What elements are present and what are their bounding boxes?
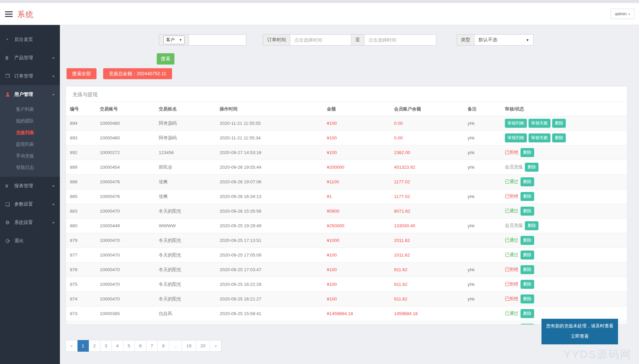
sidebar-item-label: 系统设置	[14, 220, 33, 226]
sidebar-item-订单管理[interactable]: ❐订单管理▸	[0, 67, 60, 85]
next-page-button[interactable]: »	[210, 340, 222, 352]
sidebar-item-label: 参数设置	[14, 201, 33, 207]
status-text: 已通过	[505, 238, 519, 243]
sidebar-item-产品管理[interactable]: ฿产品管理▸	[0, 49, 60, 67]
page-20[interactable]: 20	[196, 340, 210, 352]
row-time: 2020-09-27 14:53:16	[216, 145, 323, 160]
time-to-input[interactable]	[364, 34, 436, 46]
chevron-down-icon: ▾	[628, 12, 630, 16]
page-19[interactable]: 19	[182, 340, 196, 352]
page-8[interactable]: 8	[158, 340, 169, 352]
row-note: yhk	[464, 116, 502, 131]
row-status-cell: 已通过删除	[502, 233, 627, 248]
sidebar-subitem-我的团队[interactable]: 我的团队	[0, 115, 60, 127]
row-balance: 911.62	[391, 292, 464, 306]
sidebar-item-系统设置[interactable]: ⚙系统设置▸	[0, 213, 60, 232]
page-3[interactable]: 3	[101, 340, 112, 352]
main-content: 客户 ▼ 订单时间 至 类型 默认不选 ▼ 搜索 搜索全部 充值总金额：2024…	[60, 25, 639, 364]
row-account: 10000470	[97, 292, 155, 306]
status-text: 会员充值	[505, 223, 523, 228]
user-menu[interactable]: admin▾	[611, 9, 634, 19]
delete-button[interactable]: 删除	[521, 192, 534, 201]
yen-icon: ¥	[5, 183, 14, 189]
delete-button[interactable]: 删除	[521, 177, 534, 186]
recharge-table: 编号 交易账号 交易姓名 操作时间 金额 会员账户余额 备注 审核/状态 894…	[66, 102, 627, 325]
table-header-row: 编号 交易账号 交易姓名 操作时间 金额 会员账户余额 备注 审核/状态	[66, 102, 627, 116]
sidebar-subitem-登陆日志[interactable]: 登陆日志	[0, 162, 60, 173]
sidebar-item-后台首页[interactable]: ◔后台首页	[0, 30, 60, 49]
row-time: 2020-09-25 15:58:41	[216, 306, 323, 321]
table-row: 88910000454郑民业2020-09-26 19:55:44¥200000…	[66, 160, 627, 175]
page-5[interactable]: 5	[123, 340, 135, 352]
type-select[interactable]: 默认不选 ▼	[475, 34, 533, 46]
page-6[interactable]: 6	[135, 340, 146, 352]
table-row: 88010000449WWWW2020-09-25 19:29:49¥25000…	[66, 219, 627, 233]
table-row: 89310000480阿奇源码2020-11-21 11:55:34¥1000.…	[66, 131, 627, 145]
delete-button[interactable]: 删除	[525, 163, 538, 172]
app-title: 系统	[17, 9, 34, 20]
page-1-active[interactable]: 1	[78, 340, 89, 352]
sidebar-subitem-充值列表[interactable]: 充值列表	[0, 127, 60, 138]
hamburger-menu-icon[interactable]	[5, 11, 13, 18]
col-id: 编号	[66, 102, 97, 116]
delete-button[interactable]: 删除	[521, 251, 534, 260]
status-text: 已拒绝	[505, 194, 519, 199]
row-account: 10000272	[97, 145, 155, 160]
delete-button[interactable]: 删除	[521, 309, 534, 318]
page-4[interactable]: 4	[112, 340, 123, 352]
page-7[interactable]: 7	[146, 340, 158, 352]
delete-button[interactable]: 删除	[521, 148, 534, 157]
row-balance: 2382.00	[391, 145, 464, 160]
row-id: 879	[66, 233, 97, 248]
prev-page-button[interactable]: «	[66, 340, 78, 352]
row-balance: 133030.40	[391, 219, 464, 233]
status-text: 已通过	[505, 252, 519, 257]
row-note	[464, 248, 502, 263]
delete-button[interactable]: 删除	[521, 207, 534, 216]
sidebar-item-用户管理[interactable]: 用户管理▸	[0, 85, 60, 103]
sidebar-item-报表管理[interactable]: ¥报表管理▸	[0, 177, 60, 195]
delete-button[interactable]: 删除	[525, 221, 538, 230]
row-account: 10000385	[97, 321, 155, 325]
notice-view-now-link[interactable]: 立即查看	[545, 333, 615, 339]
row-name: 阿奇源码	[155, 131, 216, 145]
keyword-input[interactable]	[189, 34, 246, 46]
sidebar-item-label: 订单管理	[14, 73, 33, 79]
delete-button[interactable]: 删除	[521, 280, 534, 289]
delete-button[interactable]: 删除	[552, 119, 566, 128]
action-row: 搜索全部 充值总金额：202440752.11	[60, 68, 639, 79]
chevron-right-icon: ▸	[53, 92, 55, 96]
sidebar-item-参数设置[interactable]: ❑参数设置▸	[0, 195, 60, 213]
audit-fail-button[interactable]: 审核失败	[529, 119, 550, 128]
audit-fail-button[interactable]: 审核失败	[529, 133, 550, 142]
sidebar-subitem-手动充值[interactable]: 手动充值	[0, 150, 60, 162]
delete-button[interactable]: 删除	[552, 133, 566, 142]
col-balance: 会员账户余额	[391, 102, 464, 116]
row-account: 10000480	[97, 131, 155, 145]
time-from-input[interactable]	[290, 34, 351, 46]
sidebar-subitem-提现列表[interactable]: 提现列表	[0, 138, 60, 150]
row-status-cell: 已通过删除	[502, 248, 627, 263]
search-all-button[interactable]: 搜索全部	[67, 68, 97, 79]
row-balance: 401323.92	[391, 160, 464, 175]
panel-title: 充值与提现	[66, 87, 627, 102]
chevron-right-icon: ▸	[53, 74, 55, 78]
page-2[interactable]: 2	[89, 340, 101, 352]
delete-button[interactable]: 删除	[521, 236, 534, 245]
sidebar-subitem-客户列表[interactable]: 客户列表	[0, 103, 60, 115]
delete-button[interactable]: 删除	[521, 324, 534, 325]
sidebar-item-label: 产品管理	[14, 55, 33, 61]
row-id: 873	[66, 306, 97, 321]
sidebar-item-退出[interactable]: 退出	[0, 232, 60, 250]
row-note: yhk	[464, 277, 502, 292]
audit-arrive-button[interactable]: 审核到账	[505, 119, 527, 128]
delete-button[interactable]: 删除	[521, 294, 534, 303]
status-text: 已通过	[505, 311, 519, 316]
row-account: 10000470	[97, 204, 155, 219]
audit-arrive-button[interactable]: 审核到账	[505, 133, 527, 142]
row-name: 冬天的阳光	[155, 277, 216, 292]
search-button[interactable]: 搜索	[157, 53, 174, 65]
search-field-select[interactable]: 客户 ▼	[163, 36, 185, 44]
delete-button[interactable]: 删除	[521, 265, 534, 274]
row-time: 2020-09-25 19:29:49	[216, 219, 323, 233]
